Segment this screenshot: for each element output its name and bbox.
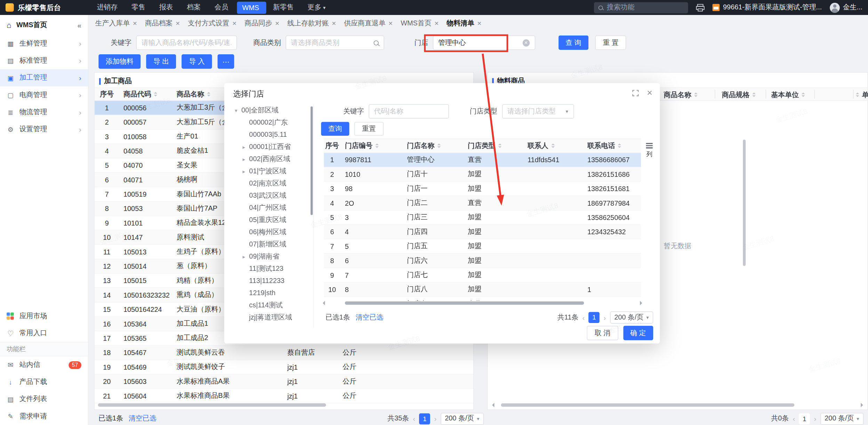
sort-icon[interactable] xyxy=(551,143,555,148)
tree-node[interactable]: 03|武汉区域 xyxy=(230,189,313,202)
table-row[interactable]: 1 9987811 管理中心 直营 11dfds541 13586686067 xyxy=(324,153,641,167)
table-row[interactable]: 7 5 门店五 加盟 xyxy=(324,239,641,254)
table-vertical-scrollbar[interactable] xyxy=(743,140,746,299)
sidebar-item-request[interactable]: 需求申请 xyxy=(0,408,88,425)
tree-caret-icon[interactable]: ▸ xyxy=(241,144,247,150)
page-tab[interactable]: 生产入库单 xyxy=(95,18,137,28)
page-number[interactable]: 1 xyxy=(589,312,600,323)
sidebar-item-wms-home[interactable]: WMS首页 « xyxy=(0,15,88,35)
tree-scrollbar[interactable] xyxy=(311,107,313,326)
page-tab[interactable]: 线上存款对账 xyxy=(287,18,336,28)
column-material-name[interactable]: 商品名称 xyxy=(664,88,698,101)
sidebar-item-inbox[interactable]: 站内信 57 xyxy=(0,356,88,373)
tree-caret-icon[interactable]: ▸ xyxy=(241,253,247,260)
tree-node[interactable]: 1219|sth xyxy=(230,287,313,299)
nav-menu-item[interactable]: 零售 xyxy=(126,1,152,15)
page-size-select[interactable]: 200 条/页 xyxy=(610,312,653,324)
sort-icon[interactable] xyxy=(752,93,756,97)
page-tab[interactable]: 物料清单 xyxy=(447,18,482,28)
tree-node[interactable]: 06|梅州区域 xyxy=(230,226,313,238)
next-page-icon[interactable]: › xyxy=(814,415,817,423)
column-store-name[interactable]: 门店名称 xyxy=(402,141,463,150)
tree-node[interactable]: 05|重庆区域 xyxy=(230,214,313,226)
column-settings-control[interactable]: 列 xyxy=(644,143,655,159)
sidebar-group-item[interactable]: ▤ 标准管理 › xyxy=(0,52,88,69)
column-store-type[interactable]: 门店类型 xyxy=(463,141,523,150)
page-tab[interactable]: 供应商直退单 xyxy=(344,18,393,28)
import-button[interactable]: 导 入 xyxy=(182,54,212,69)
sidebar-group-item[interactable]: ⚙ 设置管理 › xyxy=(0,121,88,138)
sidebar-item-product-download[interactable]: 产品下载 xyxy=(0,373,88,391)
table-row[interactable]: 6 4 门店四 加盟 1234325432 xyxy=(324,225,641,239)
tree-node[interactable]: ▸ 01|宁波区域 xyxy=(230,165,313,177)
tree-node[interactable]: cs|114测试 xyxy=(230,299,313,312)
clear-selection-link[interactable]: 清空已选 xyxy=(129,414,156,423)
prev-page-icon[interactable]: ‹ xyxy=(793,415,795,423)
table-horizontal-scrollbar[interactable] xyxy=(324,301,641,305)
column-store-code[interactable]: 门店编号 xyxy=(340,141,402,150)
scrollbar-thumb[interactable] xyxy=(98,403,326,407)
tree-node[interactable]: 04|广州区域 xyxy=(230,202,313,214)
reset-button[interactable]: 重 置 xyxy=(595,36,626,50)
nav-menu-item[interactable]: 档案 xyxy=(181,1,208,15)
page-size-select[interactable]: 200 条/页 xyxy=(820,412,864,425)
next-page-icon[interactable]: › xyxy=(434,415,436,423)
sort-icon[interactable] xyxy=(207,92,210,96)
export-button[interactable]: 导 出 xyxy=(146,54,176,69)
close-tab-icon[interactable] xyxy=(434,20,439,26)
column-contact[interactable]: 联系人 xyxy=(523,141,583,150)
keyword-input[interactable]: 请输入商品名称/代码/条码/速... xyxy=(136,36,237,50)
column-unit[interactable]: 单位 xyxy=(856,88,868,101)
column-base-unit[interactable]: 基本单位 xyxy=(771,88,805,101)
nav-menu-item[interactable]: 报表 xyxy=(154,1,180,15)
prev-page-icon[interactable]: ‹ xyxy=(582,313,585,322)
sort-icon[interactable] xyxy=(154,92,158,96)
page-number[interactable]: 1 xyxy=(799,413,810,424)
scrollbar-thumb[interactable] xyxy=(345,301,584,305)
user-menu[interactable]: 金生... xyxy=(829,2,862,13)
scroll-right-icon[interactable] xyxy=(640,301,644,305)
table-row[interactable]: 21 105604 水果标准商品B果 jzj1 公斤 xyxy=(95,389,473,403)
store-switcher[interactable]: 99661-新界面果蔬版测试-管理... xyxy=(713,3,822,12)
column-goods-code[interactable]: 商品代码 xyxy=(119,89,172,99)
tree-node[interactable]: 000002|广东 xyxy=(230,116,313,128)
tree-caret-icon[interactable]: ▸ xyxy=(241,168,247,174)
table-row[interactable]: 8 6 门店六 加盟 xyxy=(324,254,641,268)
more-actions-button[interactable]: ⋯ xyxy=(218,54,235,69)
sort-icon[interactable] xyxy=(498,143,502,148)
tree-node[interactable]: ▸ 00001|江西省 xyxy=(230,141,313,153)
table-row[interactable]: 3 98 门店一 加盟 13826151681 xyxy=(324,182,641,196)
page-size-select[interactable]: 200 条/页 xyxy=(440,412,484,425)
horizontal-scrollbar[interactable] xyxy=(97,403,471,407)
category-input[interactable]: 请选择商品类别 xyxy=(286,36,384,50)
dialog-reset-button[interactable]: 重置 xyxy=(354,122,384,136)
tree-caret-icon[interactable]: ▸ xyxy=(241,156,247,162)
nav-menu-item[interactable]: 会员 xyxy=(209,1,235,15)
tree-node[interactable]: ▸ 09|湖南省 xyxy=(230,251,313,263)
close-tab-icon[interactable] xyxy=(275,20,280,26)
close-tab-icon[interactable] xyxy=(232,20,236,26)
sort-icon[interactable] xyxy=(694,93,698,97)
scroll-left-icon[interactable] xyxy=(321,301,325,305)
close-tab-icon[interactable] xyxy=(132,20,137,26)
search-icon[interactable] xyxy=(373,40,378,45)
tree-node[interactable]: 11|测试123 xyxy=(230,263,313,275)
page-tab[interactable]: 商品同步 xyxy=(244,18,280,28)
dialog-keyword-input[interactable]: 代码|名称 xyxy=(368,104,449,118)
cancel-button[interactable]: 取 消 xyxy=(587,326,618,340)
table-row[interactable]: 10 8 门店八 加盟 1 xyxy=(324,283,641,297)
tree-node[interactable]: 02|南京区域 xyxy=(230,177,313,189)
sort-icon[interactable] xyxy=(618,143,621,148)
scroll-right-icon[interactable] xyxy=(861,403,865,407)
nav-menu-item[interactable]: 进销存 xyxy=(91,1,125,15)
sidebar-item-app-market[interactable]: 应用市场 xyxy=(0,307,88,324)
close-tab-icon[interactable] xyxy=(332,20,336,26)
prev-page-icon[interactable]: ‹ xyxy=(413,415,415,423)
clear-selection-link[interactable]: 清空已选 xyxy=(356,313,384,322)
tree-caret-icon[interactable]: ▾ xyxy=(233,107,239,113)
sort-icon[interactable] xyxy=(375,143,379,148)
table-row[interactable]: 18 105467 测试凯美鲜云吞 蔡自营店 公斤 xyxy=(95,346,473,360)
sidebar-group-item[interactable]: ≣ 物流管理 › xyxy=(0,104,88,121)
fullscreen-icon[interactable] xyxy=(632,90,639,96)
printer-icon[interactable] xyxy=(696,3,705,11)
